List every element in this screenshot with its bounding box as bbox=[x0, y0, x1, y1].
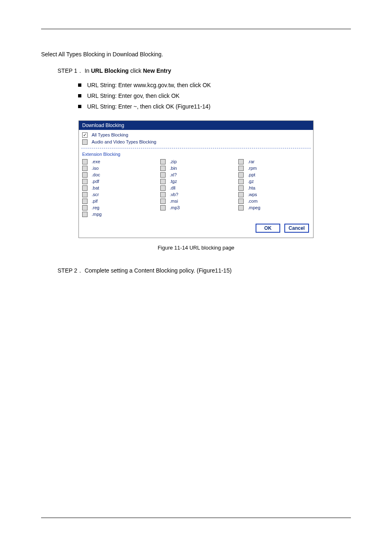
dashed-divider bbox=[81, 148, 311, 148]
all-types-checkbox[interactable] bbox=[82, 132, 88, 138]
ext-checkbox[interactable] bbox=[82, 172, 88, 178]
all-types-row: All Types Blocking bbox=[81, 132, 311, 139]
ext-label: .bat bbox=[92, 185, 99, 190]
substep-2: URL String: Enter ~, then click OK (Figu… bbox=[78, 102, 351, 112]
audio-video-row: Audio and Video Types Blocking bbox=[81, 139, 311, 146]
ext-cell: .reg bbox=[82, 205, 160, 210]
step1-text-before: In bbox=[85, 67, 91, 74]
ext-checkbox[interactable] bbox=[238, 199, 244, 204]
step1-text-after: click bbox=[129, 67, 143, 74]
ext-checkbox[interactable] bbox=[160, 192, 166, 197]
ext-cell: .dll bbox=[160, 185, 238, 191]
ext-cell: .iso bbox=[82, 166, 160, 171]
ext-label: .com bbox=[248, 199, 258, 204]
step2-label: STEP 2 bbox=[58, 267, 77, 274]
ext-checkbox[interactable] bbox=[238, 159, 244, 164]
step-2: STEP 2． Complete setting a Content Block… bbox=[58, 267, 351, 275]
substep-1-value: Enter gov, then click OK bbox=[118, 92, 180, 99]
substep-2-label: URL String: bbox=[87, 103, 117, 110]
ext-cell bbox=[160, 212, 238, 217]
ext-checkbox[interactable] bbox=[238, 205, 244, 210]
step1-label: STEP 1 bbox=[58, 67, 77, 74]
ext-checkbox[interactable] bbox=[82, 159, 88, 164]
substep-0-label: URL String: bbox=[87, 82, 117, 88]
ext-label: .pdf bbox=[92, 179, 99, 184]
substep-0-value: Enter www.kcg.gov.tw, then click OK bbox=[118, 82, 211, 88]
ext-checkbox[interactable] bbox=[82, 185, 88, 191]
ext-cell: .scr bbox=[82, 192, 160, 197]
ext-checkbox[interactable] bbox=[160, 179, 166, 184]
ext-checkbox[interactable] bbox=[160, 205, 166, 210]
ext-label: .rar bbox=[248, 159, 255, 164]
step1-bold: New Entry bbox=[143, 67, 171, 74]
ext-cell: .zip bbox=[160, 159, 238, 164]
ext-checkbox[interactable] bbox=[82, 192, 88, 197]
ext-label: .zip bbox=[170, 159, 177, 164]
ext-checkbox[interactable] bbox=[160, 185, 166, 191]
ext-checkbox[interactable] bbox=[82, 212, 88, 217]
ext-label: .mpeg bbox=[248, 205, 261, 210]
ext-checkbox[interactable] bbox=[238, 185, 244, 191]
top-rule bbox=[41, 29, 351, 29]
substep-1: URL String: Enter gov, then click OK bbox=[78, 91, 351, 102]
figure-caption: Figure 11-14 URL blocking page bbox=[41, 245, 351, 251]
ext-cell: .vb? bbox=[160, 192, 238, 197]
ext-checkbox[interactable] bbox=[160, 159, 166, 164]
ext-label: .scr bbox=[92, 192, 99, 197]
ext-cell: .gz bbox=[238, 179, 316, 184]
ext-checkbox[interactable] bbox=[160, 166, 166, 171]
ext-cell: .bin bbox=[160, 166, 238, 171]
bullet-icon bbox=[78, 83, 81, 87]
ext-cell: .msi bbox=[160, 199, 238, 204]
bullet-icon bbox=[78, 94, 81, 97]
ext-label: .mp3 bbox=[170, 205, 180, 210]
substep-0: URL String: Enter www.kcg.gov.tw, then c… bbox=[78, 80, 351, 91]
ext-label: .reg bbox=[92, 205, 99, 210]
ext-label: .dll bbox=[170, 185, 175, 190]
bottom-rule bbox=[41, 518, 351, 518]
ext-label: .msi bbox=[170, 199, 178, 204]
audio-video-checkbox[interactable] bbox=[82, 139, 88, 145]
cancel-button[interactable]: Cancel bbox=[284, 224, 309, 233]
audio-video-label: Audio and Video Types Blocking bbox=[92, 139, 156, 144]
ext-cell bbox=[238, 212, 316, 217]
ext-label: .wps bbox=[248, 192, 257, 197]
ext-checkbox[interactable] bbox=[238, 166, 244, 171]
ext-label: .bin bbox=[170, 166, 177, 171]
ext-checkbox[interactable] bbox=[82, 166, 88, 171]
ext-label: .iso bbox=[92, 166, 99, 171]
ext-checkbox[interactable] bbox=[82, 199, 88, 204]
ext-label: .mpg bbox=[92, 212, 101, 217]
ext-label: .gz bbox=[248, 179, 254, 184]
ext-label: .pif bbox=[92, 199, 98, 204]
ext-checkbox[interactable] bbox=[238, 172, 244, 178]
ext-label: .rpm bbox=[248, 166, 257, 171]
ext-checkbox[interactable] bbox=[238, 192, 244, 197]
ext-checkbox[interactable] bbox=[82, 205, 88, 210]
ext-cell: .pdf bbox=[82, 179, 160, 184]
ext-label: .vb? bbox=[170, 192, 178, 197]
ext-checkbox[interactable] bbox=[160, 199, 166, 204]
ok-button[interactable]: OK bbox=[256, 224, 280, 233]
ext-cell: .com bbox=[238, 199, 316, 204]
step2-text: Complete setting a Content Blocking poli… bbox=[85, 267, 232, 274]
ext-cell: .rpm bbox=[238, 166, 316, 171]
substeps: URL String: Enter www.kcg.gov.tw, then c… bbox=[78, 80, 351, 112]
ext-checkbox[interactable] bbox=[82, 179, 88, 184]
ext-label: .exe bbox=[92, 159, 100, 164]
intro-text: Select All Types Blocking in Download Bl… bbox=[41, 50, 351, 59]
extension-grid: .exe.zip.rar.iso.bin.rpm.doc.xl?.ppt.pdf… bbox=[81, 159, 311, 217]
step-1: STEP 1． In URL Blocking click New Entry bbox=[58, 66, 351, 76]
ext-cell: .wps bbox=[238, 192, 316, 197]
ext-checkbox[interactable] bbox=[160, 172, 166, 178]
ext-label: .tgz bbox=[170, 179, 177, 184]
substep-2-value: Enter ~, then click OK (Figure11-14) bbox=[118, 103, 211, 110]
ext-label: .xl? bbox=[170, 172, 177, 177]
extension-blocking-title: Extension Blocking bbox=[81, 151, 311, 159]
ext-checkbox[interactable] bbox=[238, 179, 244, 184]
step2-sep: ． bbox=[77, 267, 83, 274]
panel-footer: OK Cancel bbox=[81, 217, 311, 234]
ext-cell: .xl? bbox=[160, 172, 238, 178]
ext-label: .ppt bbox=[248, 172, 255, 177]
ext-cell: .ppt bbox=[238, 172, 316, 178]
